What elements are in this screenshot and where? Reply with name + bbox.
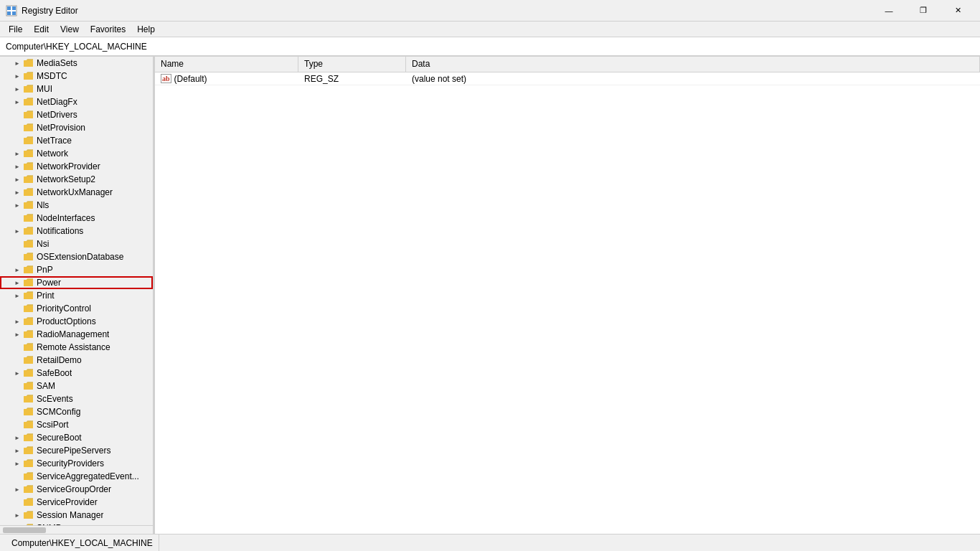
tree-item-MSDTC[interactable]: ► MSDTC — [0, 70, 153, 83]
tree-item-RemoteAssistance[interactable]: Remote Assistance — [0, 341, 153, 354]
tree-item-SecurePipeServers[interactable]: ► SecurePipeServers — [0, 444, 153, 457]
expand-arrow-ScsiPort[interactable] — [11, 419, 23, 430]
expand-arrow-SecurePipeServers[interactable]: ► — [11, 445, 23, 456]
value-row-0[interactable]: ab(Default)REG_SZ(value not set) — [155, 72, 980, 85]
svg-rect-23 — [24, 293, 33, 299]
tree-item-NetDrivers[interactable]: NetDrivers — [0, 108, 153, 121]
tree-item-SecurityProviders[interactable]: ► SecurityProviders — [0, 457, 153, 470]
tree-label-Notifications: Notifications — [37, 226, 83, 236]
expand-arrow-NetDiagFx[interactable]: ► — [11, 96, 23, 108]
tree-item-ScEvents[interactable]: ScEvents — [0, 392, 153, 405]
svg-rect-21 — [24, 267, 33, 273]
expand-arrow-Network[interactable]: ► — [11, 148, 23, 159]
tree-item-SAM[interactable]: SAM — [0, 380, 153, 392]
folder-icon-PriorityControl — [23, 303, 34, 314]
expand-arrow-ServiceProvider[interactable] — [11, 496, 23, 508]
tree-item-SecureBoot[interactable]: ► SecureBoot — [0, 431, 153, 444]
tree-item-Notifications[interactable]: ► Notifications — [0, 225, 153, 237]
expand-arrow-ServiceGroupOrder[interactable]: ► — [11, 484, 23, 495]
tree-item-SCMConfig[interactable]: SCMConfig — [0, 405, 153, 418]
expand-arrow-SAM[interactable] — [11, 380, 23, 392]
expand-arrow-Notifications[interactable]: ► — [11, 225, 23, 237]
tree-item-PriorityControl[interactable]: PriorityControl — [0, 302, 153, 315]
expand-arrow-PriorityControl[interactable] — [11, 303, 23, 314]
tree-item-NetworkProvider[interactable]: ► NetworkProvider — [0, 160, 153, 173]
column-header-name[interactable]: Name — [155, 57, 298, 72]
expand-arrow-ServiceAggregatedEvents[interactable] — [11, 471, 23, 482]
tree-horizontal-scrollbar[interactable] — [0, 525, 153, 534]
expand-arrow-SecurityProviders[interactable]: ► — [11, 458, 23, 469]
expand-arrow-NetworkProvider[interactable]: ► — [11, 161, 23, 172]
expand-arrow-SessionManager[interactable]: ► — [11, 509, 23, 521]
expand-arrow-ScEvents[interactable] — [11, 393, 23, 405]
tree-label-NetworkProvider: NetworkProvider — [37, 161, 100, 171]
maximize-button[interactable]: ❐ — [907, 0, 940, 22]
tree-item-Nls[interactable]: ► Nls — [0, 199, 153, 212]
tree-item-NetDiagFx[interactable]: ► NetDiagFx — [0, 95, 153, 108]
tree-item-NetworkSetup2[interactable]: ► NetworkSetup2 — [0, 173, 153, 186]
expand-arrow-RadioManagement[interactable]: ► — [11, 329, 23, 340]
expand-arrow-PnP[interactable]: ► — [11, 264, 23, 276]
expand-arrow-Nsi[interactable] — [11, 238, 23, 250]
tree-item-RetailDemo[interactable]: RetailDemo — [0, 354, 153, 367]
tree-item-SafeBoot[interactable]: ► SafeBoot — [0, 367, 153, 380]
tree-item-ProductOptions[interactable]: ► ProductOptions — [0, 315, 153, 328]
tree-item-Power[interactable]: ► Power — [0, 276, 153, 289]
minimize-button[interactable]: — — [872, 0, 905, 22]
tree-item-ServiceGroupOrder[interactable]: ► ServiceGroupOrder — [0, 483, 153, 496]
svg-rect-17 — [24, 215, 33, 222]
expand-arrow-MSDTC[interactable]: ► — [11, 70, 23, 82]
menu-view[interactable]: View — [55, 23, 85, 36]
expand-arrow-NetTrace[interactable] — [11, 135, 23, 146]
tree-item-PnP[interactable]: ► PnP — [0, 263, 153, 276]
tree-item-ServiceProvider[interactable]: ServiceProvider — [0, 496, 153, 509]
tree-item-Network[interactable]: ► Network — [0, 147, 153, 160]
tree-item-NetTrace[interactable]: NetTrace — [0, 134, 153, 147]
folder-icon-MSDTC — [23, 71, 34, 81]
expand-arrow-SafeBoot[interactable]: ► — [11, 367, 23, 379]
tree-label-NodeInterfaces: NodeInterfaces — [37, 213, 95, 223]
expand-arrow-NetworkSetup2[interactable]: ► — [11, 174, 23, 185]
column-header-type[interactable]: Type — [298, 57, 406, 72]
expand-arrow-SecureBoot[interactable]: ► — [11, 432, 23, 443]
column-header-data[interactable]: Data — [406, 57, 980, 72]
close-button[interactable]: ✕ — [941, 0, 974, 22]
svg-rect-27 — [24, 344, 33, 351]
expand-arrow-SCMConfig[interactable] — [11, 406, 23, 418]
expand-arrow-Print[interactable]: ► — [11, 290, 23, 301]
tree-item-Nsi[interactable]: Nsi — [0, 237, 153, 250]
expand-arrow-MUI[interactable]: ► — [11, 83, 23, 95]
menu-help[interactable]: Help — [131, 23, 161, 36]
tree-item-NodeInterfaces[interactable]: NodeInterfaces — [0, 212, 153, 225]
menu-favorites[interactable]: Favorites — [85, 23, 131, 36]
tree-item-SessionManager[interactable]: ► Session Manager — [0, 509, 153, 522]
menu-file[interactable]: File — [3, 23, 28, 36]
expand-arrow-RemoteAssistance[interactable] — [11, 342, 23, 353]
tree-item-Print[interactable]: ► Print — [0, 289, 153, 302]
expand-arrow-NetworkUxManager[interactable]: ► — [11, 187, 23, 198]
tree-item-OSExtensionDatabase[interactable]: OSExtensionDatabase — [0, 250, 153, 263]
tree-item-MediaSets[interactable]: ► MediaSets — [0, 57, 153, 70]
expand-arrow-NodeInterfaces[interactable] — [11, 212, 23, 224]
tree-item-ServiceAggregatedEvents[interactable]: ServiceAggregatedEvent... — [0, 470, 153, 483]
expand-arrow-NetDrivers[interactable] — [11, 109, 23, 121]
expand-arrow-RetailDemo[interactable] — [11, 354, 23, 366]
svg-rect-30 — [24, 383, 33, 390]
expand-arrow-MediaSets[interactable]: ► — [11, 57, 23, 69]
tree-panel[interactable]: ► MediaSets► MSDTC► MUI► NetDiagFx NetDr… — [0, 57, 153, 525]
tree-item-MUI[interactable]: ► MUI — [0, 83, 153, 95]
expand-arrow-NetProvision[interactable] — [11, 122, 23, 133]
tree-item-NetworkUxManager[interactable]: ► NetworkUxManager — [0, 186, 153, 199]
folder-icon-ServiceAggregatedEvents — [23, 471, 34, 481]
svg-rect-33 — [24, 422, 33, 428]
expand-arrow-ProductOptions[interactable]: ► — [11, 316, 23, 327]
expand-arrow-Power[interactable]: ► — [11, 277, 23, 288]
tree-item-RadioManagement[interactable]: ► RadioManagement — [0, 328, 153, 341]
folder-icon-ServiceProvider — [23, 497, 34, 507]
expand-arrow-Nls[interactable]: ► — [11, 199, 23, 211]
tree-item-ScsiPort[interactable]: ScsiPort — [0, 418, 153, 431]
expand-arrow-OSExtensionDatabase[interactable] — [11, 251, 23, 263]
folder-icon-ServiceGroupOrder — [23, 484, 34, 494]
menu-edit[interactable]: Edit — [28, 23, 55, 36]
tree-item-NetProvision[interactable]: NetProvision — [0, 121, 153, 134]
